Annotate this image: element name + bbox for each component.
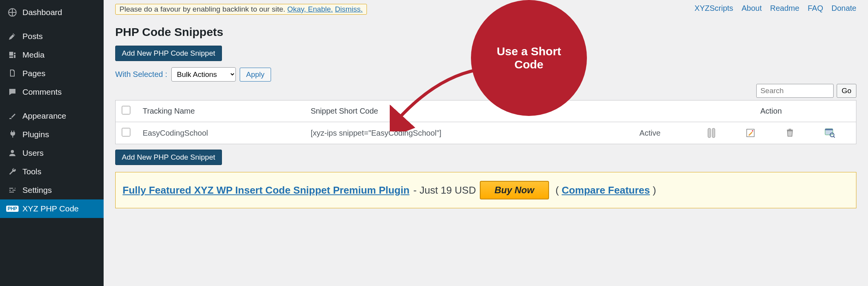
promo-price: - Just 19 USD — [413, 184, 476, 196]
bulk-label: With Selected : — [115, 70, 167, 79]
col-action: Action — [686, 100, 856, 122]
cell-tracking-name: EasyCodingSchool — [136, 122, 304, 144]
promo-paren: ( Compare Features ) — [553, 184, 656, 196]
notice-enable-link[interactable]: Okay, Enable. — [287, 5, 333, 13]
sidebar-item-dashboard[interactable]: Dashboard — [0, 3, 104, 22]
svg-rect-0 — [708, 128, 711, 138]
callout-label: Use a Short Code — [471, 0, 587, 116]
search-input[interactable] — [756, 84, 834, 98]
sidebar-item-appearance[interactable]: Appearance — [0, 107, 104, 125]
sidebar-item-label: Appearance — [22, 111, 66, 121]
wrench-icon — [7, 166, 18, 177]
sidebar-item-label: Dashboard — [22, 8, 62, 17]
top-link-readme[interactable]: Readme — [770, 4, 800, 12]
sidebar-item-label: Settings — [22, 186, 52, 195]
top-link-xyzscripts[interactable]: XYZScripts — [694, 4, 733, 12]
col-shortcode: Snippet Short Code — [304, 100, 614, 122]
sidebar-item-pages[interactable]: Pages — [0, 64, 104, 83]
admin-sidebar: Dashboard Posts Media Pages Comments App… — [0, 0, 104, 286]
svg-rect-3 — [787, 129, 793, 131]
pause-icon[interactable] — [707, 128, 716, 138]
sidebar-item-posts[interactable]: Posts — [0, 27, 104, 46]
promo-banner: Fully Featured XYZ WP Insert Code Snippe… — [115, 172, 856, 208]
media-icon — [7, 49, 18, 60]
delete-icon[interactable] — [785, 128, 795, 138]
premium-plugin-link[interactable]: Fully Featured XYZ WP Insert Code Snippe… — [123, 184, 409, 196]
compare-features-link[interactable]: Compare Features — [562, 184, 650, 196]
cell-shortcode: [xyz-ips snippet="EasyCodingSchool"] — [304, 122, 614, 144]
svg-rect-1 — [712, 128, 715, 138]
table-row: EasyCodingSchool [xyz-ips snippet="EasyC… — [116, 122, 856, 144]
search-go-button[interactable]: Go — [837, 84, 856, 98]
row-checkbox[interactable] — [122, 128, 130, 136]
add-new-snippet-button-top[interactable]: Add New PHP Code Snippet — [115, 46, 222, 61]
col-tracking-name: Tracking Name — [136, 100, 304, 122]
sidebar-item-xyz-php-code[interactable]: PHP XYZ PHP Code — [0, 199, 104, 218]
sidebar-item-users[interactable]: Users — [0, 144, 104, 162]
notice-dismiss-link[interactable]: Dismiss. — [335, 5, 363, 13]
backlink-notice: Please do a favour by enabling backlink … — [115, 4, 367, 15]
sidebar-item-label: Plugins — [22, 130, 49, 139]
cell-status: Active — [614, 122, 686, 144]
sidebar-item-label: XYZ PHP Code — [22, 204, 79, 213]
top-links: XYZScripts About Readme FAQ Donate — [688, 4, 856, 13]
bulk-actions-select[interactable]: Bulk Actions — [171, 67, 236, 82]
brush-icon — [7, 111, 18, 121]
pages-icon — [7, 68, 18, 79]
notice-text: Please do a favour by enabling backlink … — [119, 5, 287, 13]
sidebar-item-label: Posts — [22, 32, 43, 41]
pin-icon — [7, 31, 18, 42]
sidebar-item-label: Media — [22, 50, 44, 60]
top-link-about[interactable]: About — [742, 4, 762, 12]
plug-icon — [7, 129, 18, 140]
add-new-snippet-button-bottom[interactable]: Add New PHP Code Snippet — [115, 150, 222, 165]
snippets-table: Tracking Name Snippet Short Code Action … — [115, 100, 856, 144]
top-link-donate[interactable]: Donate — [832, 4, 857, 12]
apply-button[interactable]: Apply — [240, 68, 271, 82]
svg-line-8 — [834, 136, 835, 138]
svg-rect-6 — [825, 129, 833, 130]
sidebar-item-label: Tools — [22, 167, 41, 176]
sidebar-item-comments[interactable]: Comments — [0, 83, 104, 101]
sliders-icon — [7, 185, 18, 196]
comment-icon — [7, 87, 18, 97]
buy-now-button[interactable]: Buy Now — [480, 181, 549, 199]
sidebar-item-label: Users — [22, 148, 44, 158]
sidebar-item-label: Pages — [22, 69, 46, 78]
edit-icon[interactable] — [745, 128, 755, 138]
sidebar-item-plugins[interactable]: Plugins — [0, 125, 104, 144]
php-icon: PHP — [7, 203, 18, 214]
sidebar-item-media[interactable]: Media — [0, 46, 104, 64]
sidebar-item-tools[interactable]: Tools — [0, 162, 104, 181]
preview-icon[interactable] — [824, 128, 835, 138]
svg-rect-4 — [789, 129, 791, 129]
select-all-checkbox[interactable] — [122, 106, 130, 114]
dashboard-icon — [7, 7, 18, 18]
sidebar-item-label: Comments — [22, 87, 62, 97]
user-icon — [7, 148, 18, 158]
sidebar-item-settings[interactable]: Settings — [0, 181, 104, 199]
page-title: PHP Code Snippets — [115, 26, 856, 39]
top-link-faq[interactable]: FAQ — [808, 4, 823, 12]
main-content: Please do a favour by enabling backlink … — [104, 0, 868, 286]
